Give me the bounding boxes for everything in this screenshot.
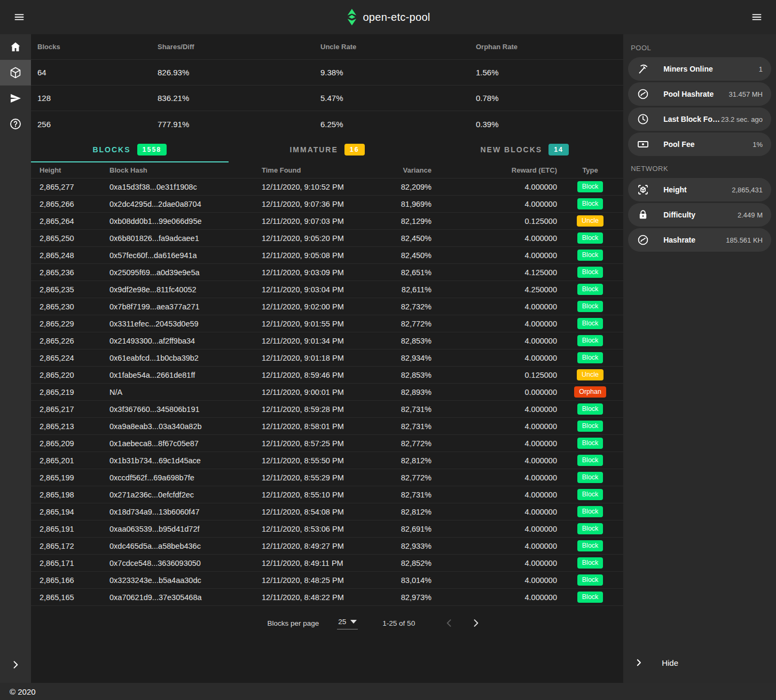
cell-variance: 82,852% xyxy=(391,559,432,567)
cell-variance: 82,812% xyxy=(391,456,432,465)
cell-type: Block xyxy=(557,181,623,192)
blocks-column-header: Reward (ETC) xyxy=(432,166,557,174)
cell-variance: 82,772% xyxy=(391,439,432,448)
blocks-column-header: Time Found xyxy=(253,166,391,174)
cell-reward: 0.000000 xyxy=(432,388,557,396)
cell-reward: 4.000000 xyxy=(432,559,557,567)
type-badge: Block xyxy=(577,232,603,244)
cell-height: 2,865,172 xyxy=(31,542,101,550)
stat-pill-pool-hashrate: Pool Hashrate31.457 MH xyxy=(628,82,771,106)
cell-hash: 0x18d734a9...13b6060f47 xyxy=(101,508,253,516)
cell-hash: 0xb08dd0b1...99e066d95e xyxy=(101,217,253,225)
type-badge: Orphan xyxy=(574,386,606,398)
sidebar-item-payments[interactable] xyxy=(0,85,31,111)
cell-variance: 81,969% xyxy=(391,200,432,208)
menu-hamburger-left-button[interactable] xyxy=(9,6,30,28)
section-label-pool: POOL xyxy=(631,44,776,52)
cell-height: 2,865,224 xyxy=(31,354,101,362)
table-row: 2,865,2130xa9a8eab3...03a340a82b12/11/20… xyxy=(31,418,623,435)
tab-blocks[interactable]: BLOCKS1558 xyxy=(31,137,229,162)
cell-hash: 0x3233243e...b5a4aa30dc xyxy=(101,576,253,585)
stat-pill-difficulty: Difficulty2.449 M xyxy=(628,203,771,227)
stat-value: 23.2 sec. ago xyxy=(721,115,763,123)
type-badge: Block xyxy=(577,557,603,569)
cell-height: 2,865,201 xyxy=(31,456,101,465)
table-row: 2,865,2170x3f367660...345806b19112/11/20… xyxy=(31,401,623,418)
cell-height: 2,865,165 xyxy=(31,593,101,602)
table-row: 2,865,2010x1b31b734...69c1d45ace12/11/20… xyxy=(31,452,623,469)
cell-hash: 0x57fec60f...da616e941a xyxy=(101,251,253,260)
cell-time: 12/11/2020, 9:02:00 PM xyxy=(253,302,391,311)
cell-time: 12/11/2020, 8:55:50 PM xyxy=(253,456,391,465)
tab-label: BLOCKS xyxy=(92,145,130,154)
cell-type: Block xyxy=(557,489,623,500)
sidebar-item-help[interactable] xyxy=(0,111,31,137)
tab-new-blocks[interactable]: NEW BLOCKS14 xyxy=(426,137,623,162)
cell-type: Block xyxy=(557,284,623,295)
hamburger-icon xyxy=(13,11,25,23)
table-row: 2,865,2200x1fabe54a...2661de81ff12/11/20… xyxy=(31,367,623,384)
stats-cell: 6.25% xyxy=(314,120,469,129)
blocks-table: HeightBlock HashTime FoundVarianceReward… xyxy=(31,162,623,606)
cell-variance: 82,853% xyxy=(391,337,432,345)
stat-label: Miners Online xyxy=(663,65,713,73)
cell-height: 2,865,229 xyxy=(31,320,101,328)
table-row: 2,865,1720xdc465d5a...a58beb436c12/11/20… xyxy=(31,538,623,555)
main-content: BlocksShares/DiffUncle RateOrphan Rate64… xyxy=(31,34,623,683)
cell-hash: 0xa15d3f38...0e31f1908c xyxy=(101,183,253,191)
lock-icon xyxy=(637,208,649,221)
cell-hash: 0x9df2e98e...811fc40052 xyxy=(101,285,253,294)
cell-time: 12/11/2020, 9:10:52 PM xyxy=(253,183,391,191)
sidebar-item-home[interactable] xyxy=(0,34,31,60)
cell-reward: 4.000000 xyxy=(432,320,557,328)
cell-time: 12/11/2020, 9:05:20 PM xyxy=(253,234,391,243)
stat-label: Pool Fee xyxy=(663,140,694,149)
pool-luck-stats-table: BlocksShares/DiffUncle RateOrphan Rate64… xyxy=(31,34,623,137)
cell-reward: 4.000000 xyxy=(432,491,557,499)
cell-hash: 0x7cdce548...3636093050 xyxy=(101,559,253,567)
cell-reward: 4.000000 xyxy=(432,251,557,260)
per-page-select[interactable]: 25 xyxy=(337,617,358,629)
pickaxe-icon xyxy=(637,63,649,75)
gauge-icon xyxy=(637,234,649,246)
stats-row: 256777.91%6.25%0.39% xyxy=(31,111,623,137)
next-page-button[interactable] xyxy=(465,612,487,634)
cell-hash: 0x2dc4295d...2dae0a8704 xyxy=(101,200,253,208)
section-label-network: NETWORK xyxy=(631,165,776,173)
cell-time: 12/11/2020, 9:00:01 PM xyxy=(253,388,391,396)
cell-time: 12/11/2020, 9:07:03 PM xyxy=(253,217,391,225)
cell-reward: 4.000000 xyxy=(432,337,557,345)
cell-type: Block xyxy=(557,472,623,483)
cell-variance: 82,933% xyxy=(391,542,432,550)
menu-hamburger-right-button[interactable] xyxy=(746,6,767,28)
tab-immature[interactable]: IMMATURE16 xyxy=(229,137,426,162)
cell-height: 2,865,213 xyxy=(31,422,101,431)
cell-variance: 82,731% xyxy=(391,422,432,431)
cube-scan-icon xyxy=(637,183,649,196)
cell-hash: 0x271a236c...0efcfdf2ec xyxy=(101,491,253,499)
stats-header-row: BlocksShares/DiffUncle RateOrphan Rate xyxy=(31,34,623,60)
type-badge: Block xyxy=(577,421,603,432)
type-badge: Block xyxy=(577,181,603,192)
stat-pill-height: Height2,865,431 xyxy=(628,178,771,201)
sidebar-hide-button[interactable]: Hide xyxy=(623,651,776,674)
tab-count-badge: 14 xyxy=(548,144,569,155)
type-badge: Block xyxy=(577,438,603,449)
cell-height: 2,865,264 xyxy=(31,217,101,225)
cell-hash: 0x3f367660...345806b191 xyxy=(101,405,253,414)
sidebar-item-blocks[interactable] xyxy=(0,60,31,85)
cell-variance: 82,611% xyxy=(391,285,432,294)
type-badge: Block xyxy=(577,284,603,295)
nav-expand-button[interactable] xyxy=(0,653,31,676)
type-badge: Block xyxy=(577,403,603,415)
cell-time: 12/11/2020, 8:48:25 PM xyxy=(253,576,391,585)
cell-time: 12/11/2020, 8:58:01 PM xyxy=(253,422,391,431)
help-icon xyxy=(9,118,22,130)
cell-type: Block xyxy=(557,267,623,278)
cell-reward: 4.000000 xyxy=(432,456,557,465)
cell-type: Block xyxy=(557,455,623,466)
clock-icon xyxy=(637,113,649,126)
previous-page-button[interactable] xyxy=(438,612,460,634)
tab-label: IMMATURE xyxy=(289,145,338,154)
tab-count-badge: 16 xyxy=(344,144,365,155)
